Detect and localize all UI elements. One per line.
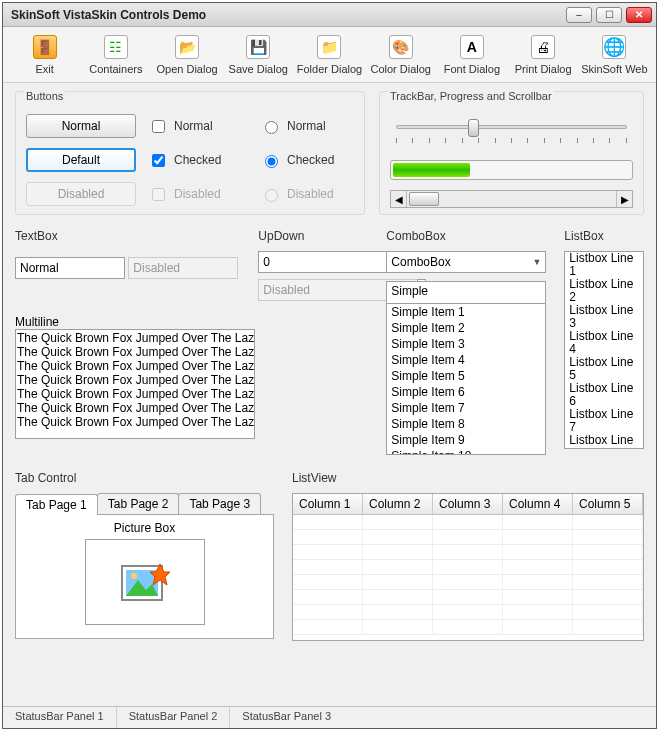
toolbar-save-dialog[interactable]: Save Dialog [223, 33, 294, 77]
toolbar-label: Exit [35, 63, 53, 75]
scroll-left-icon[interactable]: ◀ [391, 191, 407, 207]
toolbar-print-dialog[interactable]: Print Dialog [508, 33, 579, 77]
simple-combo-text[interactable]: Simple [386, 281, 546, 303]
column-header[interactable]: Column 3 [433, 494, 503, 514]
progress-bar [390, 160, 633, 180]
disabled-radio: Disabled [260, 182, 360, 206]
toolbar-label: SkinSoft Web [581, 63, 647, 75]
toolbar-skinsoft-web[interactable]: SkinSoft Web [579, 33, 650, 77]
statusbar-panel: StatusBar Panel 2 [117, 707, 231, 728]
table-row[interactable] [293, 560, 643, 575]
list-item[interactable]: Simple Item 5 [387, 368, 545, 384]
table-row[interactable] [293, 590, 643, 605]
table-row[interactable] [293, 545, 643, 560]
normal-button[interactable]: Normal [26, 114, 136, 138]
updown-normal[interactable]: ▲▼ [258, 251, 368, 273]
list-item[interactable]: Listbox Line 2 [565, 278, 643, 304]
save-dialog-icon [246, 35, 270, 59]
toolbar-folder-dialog[interactable]: Folder Dialog [294, 33, 365, 77]
column-header[interactable]: Column 1 [293, 494, 363, 514]
toolbar-font-dialog[interactable]: Font Dialog [436, 33, 507, 77]
window-title: SkinSoft VistaSkin Controls Demo [11, 8, 566, 22]
scroll-right-icon[interactable]: ▶ [616, 191, 632, 207]
tab-page-1[interactable]: Tab Page 1 [15, 494, 98, 515]
list-item[interactable]: Listbox Line 6 [565, 382, 643, 408]
combobox-dropdown[interactable]: ComboBox▼ [386, 251, 546, 273]
table-row[interactable] [293, 575, 643, 590]
scroll-thumb-icon[interactable] [409, 192, 439, 206]
toolbar-label: Color Dialog [370, 63, 431, 75]
list-item[interactable]: Simple Item 2 [387, 320, 545, 336]
list-item[interactable]: Listbox Line 1 [565, 252, 643, 278]
trackbar-slider[interactable] [390, 116, 633, 138]
statusbar-panel: StatusBar Panel 1 [3, 707, 117, 728]
toolbar-label: Containers [89, 63, 142, 75]
list-item[interactable]: Simple Item 8 [387, 416, 545, 432]
simple-combo-list[interactable]: Simple Item 1Simple Item 2Simple Item 3S… [386, 303, 546, 455]
list-item[interactable]: Simple Item 3 [387, 336, 545, 352]
list-item[interactable]: Simple Item 7 [387, 400, 545, 416]
folder-dialog-icon [317, 35, 341, 59]
slider-thumb-icon[interactable] [468, 119, 479, 137]
normal-radio[interactable]: Normal [260, 114, 360, 138]
toolbar-exit[interactable]: Exit [9, 33, 80, 77]
list-item[interactable]: Listbox Line 3 [565, 304, 643, 330]
toolbar-containers[interactable]: Containers [80, 33, 151, 77]
titlebar: SkinSoft VistaSkin Controls Demo – ☐ ✕ [3, 3, 656, 27]
list-item[interactable]: Simple Item 4 [387, 352, 545, 368]
listview[interactable]: Column 1Column 2Column 3Column 4Column 5 [292, 493, 644, 641]
checked-radio[interactable]: Checked [260, 148, 360, 172]
trackbar-group-title: TrackBar, Progress and Scrollbar [388, 90, 554, 102]
containers-icon [104, 35, 128, 59]
checked-checkbox[interactable]: Checked [148, 148, 248, 172]
multiline-textbox[interactable]: The Quick Brown Fox Jumped Over The Lazy… [15, 329, 255, 439]
tab-page-3[interactable]: Tab Page 3 [178, 493, 261, 514]
toolbar-open-dialog[interactable]: Open Dialog [151, 33, 222, 77]
picture-box [85, 539, 205, 625]
normal-checkbox[interactable]: Normal [148, 114, 248, 138]
print-dialog-icon [531, 35, 555, 59]
default-button[interactable]: Default [26, 148, 136, 172]
table-row[interactable] [293, 605, 643, 620]
column-header[interactable]: Column 4 [503, 494, 573, 514]
textbox-label: TextBox [15, 229, 238, 243]
listbox-label: ListBox [564, 229, 644, 243]
maximize-button[interactable]: ☐ [596, 7, 622, 23]
list-item[interactable]: Listbox Line 7 [565, 408, 643, 434]
disabled-button: Disabled [26, 182, 136, 206]
listbox[interactable]: Listbox Line 1Listbox Line 2Listbox Line… [564, 251, 644, 449]
table-row[interactable] [293, 620, 643, 635]
list-item[interactable]: Listbox Line 5 [565, 356, 643, 382]
table-row[interactable] [293, 515, 643, 530]
close-button[interactable]: ✕ [626, 7, 652, 23]
table-row[interactable] [293, 530, 643, 545]
combobox-label: ComboBox [386, 229, 546, 243]
exit-icon [33, 35, 57, 59]
list-item[interactable]: Listbox Line 8 [565, 434, 643, 449]
skinsoft-web-icon [602, 35, 626, 59]
buttons-groupbox: Buttons Normal Normal Normal Default Che… [15, 91, 365, 215]
list-item[interactable]: Listbox Line 4 [565, 330, 643, 356]
list-item[interactable]: Simple Item 6 [387, 384, 545, 400]
disabled-checkbox: Disabled [148, 182, 248, 206]
column-header[interactable]: Column 5 [573, 494, 643, 514]
status-bar: StatusBar Panel 1StatusBar Panel 2Status… [3, 706, 656, 728]
updown-label: UpDown [258, 229, 368, 243]
column-header[interactable]: Column 2 [363, 494, 433, 514]
toolbar-color-dialog[interactable]: Color Dialog [365, 33, 436, 77]
color-dialog-icon [389, 35, 413, 59]
tab-page-2[interactable]: Tab Page 2 [97, 493, 180, 514]
list-item[interactable]: Simple Item 9 [387, 432, 545, 448]
textbox-normal[interactable] [15, 257, 125, 279]
chevron-down-icon: ▼ [532, 257, 541, 267]
tab-page: Picture Box [15, 514, 274, 639]
listview-label: ListView [292, 471, 644, 485]
picture-icon [120, 560, 170, 604]
buttons-group-title: Buttons [24, 90, 65, 102]
list-item[interactable]: Simple Item 10 [387, 448, 545, 455]
minimize-button[interactable]: – [566, 7, 592, 23]
toolbar-label: Print Dialog [515, 63, 572, 75]
toolbar-label: Font Dialog [444, 63, 500, 75]
horizontal-scrollbar[interactable]: ◀ ▶ [390, 190, 633, 208]
list-item[interactable]: Simple Item 1 [387, 304, 545, 320]
